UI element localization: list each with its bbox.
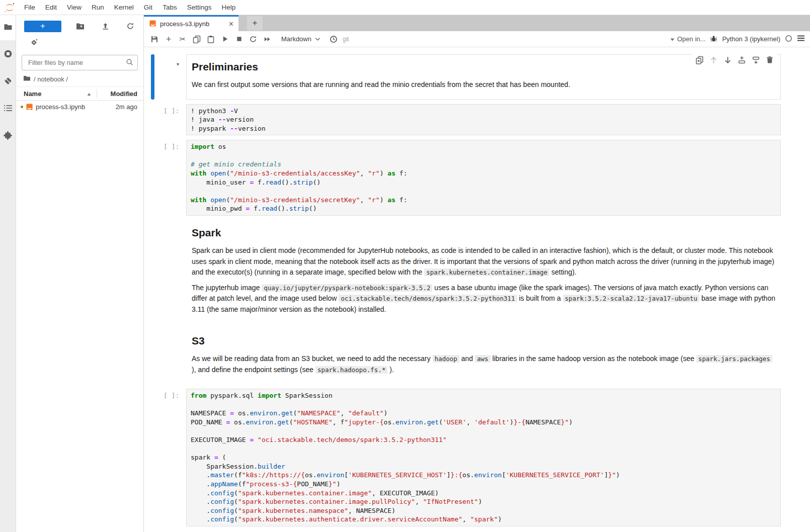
cell-type-dropdown[interactable]: Markdown (274, 35, 327, 43)
open-in-dropdown[interactable]: Open in... (670, 35, 705, 43)
file-row[interactable]: process-s3.ipynb2m ago (16, 101, 143, 113)
notebook-menu-burger-icon[interactable] (797, 35, 805, 43)
debugger-bug-icon[interactable] (710, 35, 717, 44)
column-divider (97, 89, 97, 98)
cell-collapser[interactable] (151, 220, 154, 324)
app-logo-icon (0, 2, 19, 14)
kernel-name[interactable]: Python 3 (ipykernel) (722, 35, 780, 43)
delete-cell-button[interactable] (765, 55, 775, 65)
inline-code: spark.kubernetes.container.image (424, 269, 549, 276)
duplicate-cell-button[interactable] (694, 55, 704, 65)
cell-collapser[interactable] (151, 389, 154, 526)
menu-git[interactable]: Git (139, 0, 157, 15)
git-clone-button[interactable] (16, 33, 143, 48)
move-cell-up-icon (709, 56, 718, 64)
markdown-cell[interactable]: S3As we will be reading data from an S3 … (151, 328, 781, 384)
column-header-name[interactable]: Name (24, 90, 93, 98)
move-cell-down-button[interactable] (722, 55, 733, 65)
cell-content: SparkSpark can be used in client mode (r… (186, 220, 781, 324)
activity-bar (0, 15, 16, 532)
cell-content: ! python3 -V! java --version! pyspark --… (186, 104, 781, 136)
git-clone-icon (30, 41, 38, 48)
new-tab-button[interactable]: + (247, 16, 263, 31)
cell-content: S3As we will be reading data from an S3 … (186, 328, 781, 384)
move-cell-down-icon (723, 56, 732, 64)
menu-view[interactable]: View (62, 0, 87, 15)
column-header-modified[interactable]: Modified (101, 90, 137, 98)
chevron-down-icon (315, 35, 320, 43)
run-cell-button[interactable] (218, 33, 232, 45)
move-cell-up-button[interactable] (708, 55, 718, 65)
cell-collapser[interactable] (151, 140, 154, 216)
cell-collapser[interactable] (151, 104, 154, 136)
code-cell[interactable]: [ ]:from pyspark.sql import SparkSession… (151, 389, 781, 526)
file-name: process-s3.ipynb (36, 103, 116, 111)
cell-toolbar (692, 52, 777, 67)
close-tab-icon[interactable]: × (229, 20, 233, 28)
restart-and-run-all-button[interactable] (260, 33, 274, 45)
insert-cell-above-icon (738, 56, 746, 64)
insert-cell-below-icon (752, 56, 760, 64)
notebook-toolbar: + ✂ (144, 31, 810, 47)
menu-help[interactable]: Help (216, 0, 240, 15)
file-browser-toolbar: + (16, 15, 143, 33)
markdown-paragraph: Spark can be used in client mode (recomm… (192, 245, 775, 278)
interrupt-kernel-button[interactable] (232, 33, 246, 45)
cell-collapser[interactable] (151, 54, 154, 100)
markdown-rendered[interactable]: SparkSpark can be used in client mode (r… (186, 220, 781, 324)
menu-edit[interactable]: Edit (40, 0, 62, 15)
inline-code: oci.stackable.tech/demos/spark:3.5.2-pyt… (339, 295, 517, 302)
markdown-heading: Preliminaries (192, 61, 775, 73)
insert-cell-above-button[interactable] (737, 55, 747, 65)
file-filter-box (22, 55, 138, 70)
sidebar-tab-extension-manager[interactable] (0, 124, 16, 149)
copy-cells-button[interactable] (190, 33, 204, 45)
code-cell[interactable]: [ ]:! python3 -V! java --version! pyspar… (151, 104, 781, 136)
menu-kernel[interactable]: Kernel (109, 0, 139, 15)
markdown-cell[interactable]: SparkSpark can be used in client mode (r… (151, 220, 781, 324)
paste-cells-button[interactable] (204, 33, 218, 45)
markdown-rendered[interactable]: S3As we will be reading data from an S3 … (186, 328, 781, 384)
restart-kernel-button[interactable] (246, 33, 260, 45)
breadcrumb[interactable]: / notebook / (16, 70, 143, 86)
markdown-cell[interactable]: ▾PreliminariesWe can first output some v… (151, 54, 781, 100)
sidebar-tab-git[interactable] (0, 69, 16, 95)
git-status-label: git (343, 36, 349, 43)
menu-file[interactable]: File (19, 0, 40, 15)
inline-code: quay.io/jupyter/pyspark-notebook:spark-3… (262, 284, 432, 292)
code-editor[interactable]: from pyspark.sql import SparkSessionNAME… (186, 389, 781, 526)
tab-process-s3[interactable]: process-s3.ipynb × (144, 15, 238, 31)
menu-tabs[interactable]: Tabs (157, 0, 182, 15)
inline-code: spark.hadoopo.fs.* (315, 366, 387, 374)
insert-cell-below-button[interactable] (751, 55, 761, 65)
menu-settings[interactable]: Settings (182, 0, 217, 15)
new-folder-button[interactable] (74, 20, 87, 32)
upload-button[interactable] (99, 20, 111, 32)
cell-collapser[interactable] (151, 328, 154, 384)
open-in-label: Open in... (677, 35, 705, 43)
menu-run[interactable]: Run (87, 0, 109, 15)
markdown-paragraph: The jupyterhub image quay.io/jupyter/pys… (192, 283, 775, 315)
folder-icon (4, 23, 13, 33)
cell-gutter: [ ]: (154, 389, 186, 526)
save-button[interactable] (147, 33, 161, 45)
kernel-status-icon[interactable] (785, 35, 792, 44)
markdown-rendered[interactable]: PreliminariesWe can first output some ve… (186, 54, 781, 100)
insert-cell-button[interactable]: + (161, 33, 176, 45)
heading-collapser-icon[interactable]: ▾ (177, 61, 179, 67)
code-cell[interactable]: [ ]:import os# get minio credentialswith… (151, 140, 781, 216)
sidebar-tab-running-sessions[interactable] (0, 42, 16, 67)
new-launcher-button[interactable]: + (24, 21, 61, 32)
sidebar-tab-file-browser[interactable] (0, 15, 16, 40)
execution-time-icon[interactable] (327, 33, 341, 45)
table-of-contents-icon (4, 105, 13, 114)
filter-files-input[interactable] (27, 58, 126, 67)
sidebar-tab-table-of-contents[interactable] (0, 97, 16, 122)
refresh-file-list-button[interactable] (124, 20, 136, 32)
markdown-paragraph: We can first output some versions that a… (192, 79, 775, 91)
tab-title: process-s3.ipynb (160, 20, 209, 28)
code-editor[interactable]: ! python3 -V! java --version! pyspark --… (186, 104, 781, 136)
cut-cells-button[interactable]: ✂ (176, 33, 190, 45)
code-editor[interactable]: import os# get minio credentialswith ope… (186, 140, 781, 216)
home-folder-icon (23, 75, 31, 83)
